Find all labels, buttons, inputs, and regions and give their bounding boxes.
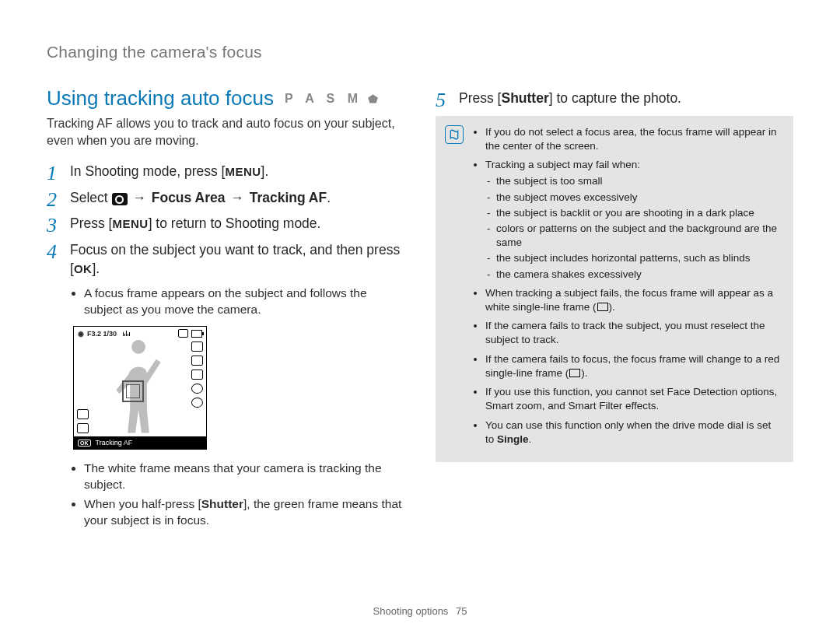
lcd-preview: ◉ F3.2 1/30 [73, 326, 404, 450]
lcd-right-icons [191, 342, 203, 408]
step-4: 4 Focus on the subject you want to track… [47, 241, 404, 278]
lcd-icon [77, 423, 89, 433]
page-header: Changing the camera's focus [47, 43, 793, 61]
lcd-frame: ◉ F3.2 1/30 [73, 326, 207, 450]
lcd-icon [77, 409, 89, 419]
focus-frame-icon [122, 380, 144, 402]
note-text: Tracking a subject may fail when: [485, 159, 640, 170]
section-intro: Tracking AF allows you to track and auto… [47, 115, 404, 149]
step-2: 2 Select → Focus Area → Tracking AF. [47, 189, 404, 208]
lcd-icon [191, 370, 203, 380]
lcd-icon [191, 342, 203, 352]
mode-indicator: P A S M [285, 92, 379, 106]
steps-list-right: 5 Press [Shutter] to capture the photo. [436, 89, 793, 108]
note-subitem: the subject includes horizontal patterns… [496, 251, 781, 265]
lcd-top-bar: ◉ F3.2 1/30 [74, 327, 206, 340]
section-heading: Using tracking auto focus P A S M [47, 86, 404, 110]
note-text-bold: Single [497, 433, 529, 445]
note-item: When tracking a subject fails, the focus… [485, 286, 781, 314]
step-1: 1 In Shooting mode, press [MENU]. [47, 163, 404, 181]
note-item: If you use this function, you cannot set… [485, 385, 781, 413]
note-icon [445, 125, 464, 144]
step-5: 5 Press [Shutter] to capture the photo. [436, 89, 793, 108]
step-number: 2 [47, 186, 57, 213]
left-column: Using tracking auto focus P A S M Tracki… [47, 79, 404, 537]
step-3: 3 Press [MENU] to return to Shooting mod… [47, 215, 404, 233]
lcd-icon [191, 384, 203, 394]
right-column: 5 Press [Shutter] to capture the photo. … [436, 79, 793, 537]
arrow-glyph: → [132, 190, 146, 205]
note-subitem: the subject moves excessively [496, 191, 781, 205]
note-text: ). [609, 301, 615, 313]
lcd-bottom-bar: OK Tracking AF [74, 436, 206, 449]
section-heading-text: Using tracking auto focus [47, 86, 274, 110]
step-text-bold: Shutter [501, 90, 548, 106]
manual-page: Changing the camera's focus Using tracki… [0, 0, 840, 634]
note-text: ). [581, 367, 587, 379]
page-footer: Shooting options 75 [0, 605, 840, 617]
note-text: . [529, 433, 532, 445]
lcd-viewport [74, 340, 206, 436]
step-text: Select [70, 190, 112, 205]
svg-marker-0 [368, 94, 378, 103]
lcd-icon [191, 398, 203, 408]
frame-icon [569, 369, 580, 377]
lcd-mode-label: Tracking AF [96, 439, 133, 447]
frame-icon [597, 303, 608, 311]
step-text: . [327, 190, 331, 205]
ok-button-glyph: OK [74, 261, 93, 277]
lcd-left-icons [77, 409, 89, 433]
step-number: 4 [47, 238, 57, 265]
battery-icon [191, 330, 202, 338]
footer-section: Shooting options [373, 605, 449, 617]
step-number: 5 [436, 86, 446, 114]
pentagon-icon [367, 93, 379, 104]
camera-icon [112, 193, 128, 205]
step-number: 1 [47, 159, 57, 187]
step4-sub-bullets: A focus frame appears on the subject and… [47, 285, 404, 318]
note-subitem: the subject is backlit or you are shooti… [496, 206, 781, 220]
exposure-readout: F3.2 1/30 [87, 330, 117, 338]
step-text: ]. [92, 261, 100, 276]
steps-list: 1 In Shooting mode, press [MENU]. 2 Sele… [47, 163, 404, 278]
note-item: If the camera fails to track the subject… [485, 319, 781, 347]
arrow-glyph: → [230, 190, 244, 205]
step-text: Press [ [459, 90, 501, 106]
note-text: When tracking a subject fails, the focus… [485, 287, 773, 313]
note-text: If the camera fails to focus, the focus … [485, 353, 779, 379]
mode-dial-icon: ◉ [78, 330, 84, 338]
note-subitem: the subject is too small [496, 174, 781, 188]
note-subitem: colors or patterns on the subject and th… [496, 222, 781, 250]
sub-bullet: The white frame means that your camera i… [84, 461, 404, 493]
step-number: 3 [47, 212, 57, 239]
note-item: If the camera fails to focus, the focus … [485, 352, 781, 380]
footer-page-number: 75 [456, 605, 467, 617]
lcd-icon [191, 356, 203, 366]
step-text: ] to capture the photo. [549, 90, 681, 106]
bullet-text-bold: Shutter [201, 497, 243, 510]
step-text: In Shooting mode, press [ [70, 163, 225, 179]
note-item: If you do not select a focus area, the f… [485, 125, 781, 153]
menu-button-glyph: MENU [225, 164, 261, 180]
note-item: You can use this function only when the … [485, 419, 781, 447]
step-text: ]. [261, 163, 269, 179]
step-text: Press [ [70, 215, 112, 231]
content-columns: Using tracking auto focus P A S M Tracki… [47, 79, 793, 537]
mode-letters: P A S M [285, 92, 362, 106]
quality-icon [178, 329, 188, 338]
note-item: Tracking a subject may fail when: the su… [485, 158, 781, 282]
ok-pill-icon: OK [78, 440, 91, 447]
note-subitem: the camera shakes excessively [496, 268, 781, 282]
step-text-bold: Tracking AF [250, 190, 327, 205]
sub-bullet: When you half-press [Shutter], the green… [84, 496, 404, 529]
menu-button-glyph: MENU [112, 216, 148, 232]
sub-bullet: A focus frame appears on the subject and… [84, 285, 404, 318]
step4-sub-bullets-2: The white frame means that your camera i… [47, 461, 404, 529]
step-text: Focus on the subject you want to track, … [70, 242, 400, 257]
step-text-bold: Focus Area [152, 190, 226, 205]
bullet-text: When you half-press [ [84, 497, 201, 510]
note-box: If you do not select a focus area, the f… [436, 116, 793, 462]
step-text: ] to return to Shooting mode. [149, 215, 321, 231]
ev-scale-icon [123, 331, 130, 336]
